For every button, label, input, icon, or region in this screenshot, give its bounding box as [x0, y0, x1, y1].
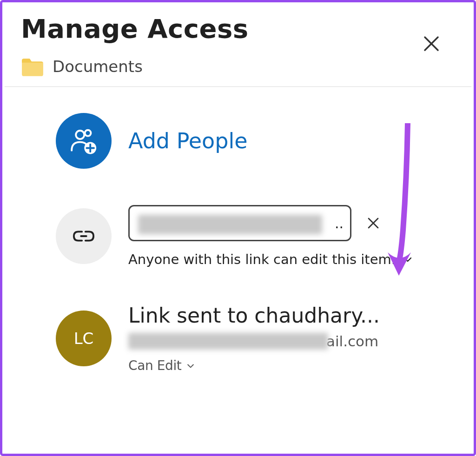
link-permission-label: Anyone with this link can edit this item… [128, 251, 396, 267]
link-truncation: .. [335, 215, 344, 231]
manage-access-dialog: Manage Access Documents [0, 0, 476, 456]
recipient-info: Link sent to chaudhary... ail.com Can Ed… [128, 304, 450, 373]
folder-name: Documents [53, 57, 143, 76]
avatar-initials: LC [74, 329, 94, 348]
close-button[interactable] [422, 34, 441, 53]
svg-point-3 [85, 130, 91, 136]
chevron-down-icon [186, 361, 195, 370]
add-people-icon-circle [56, 113, 112, 169]
recipient-email: ail.com [128, 331, 450, 351]
annotation-arrow [384, 123, 417, 281]
share-link-field[interactable]: .. [128, 205, 351, 241]
people-add-icon [69, 126, 98, 155]
redacted-link-text [138, 215, 322, 234]
link-icon [73, 225, 94, 247]
add-people-label: Add People [128, 128, 248, 153]
recipient-permission-dropdown[interactable]: Can Edit [128, 358, 450, 373]
email-suffix: ail.com [326, 333, 378, 350]
avatar: LC [56, 311, 112, 366]
dialog-header: Manage Access [2, 2, 474, 44]
redacted-email-text [128, 333, 328, 350]
folder-icon [21, 57, 44, 76]
recipient-row: LC Link sent to chaudhary... ail.com Can… [2, 278, 474, 383]
close-icon [422, 34, 441, 53]
recipient-title: Link sent to chaudhary... [128, 304, 450, 327]
link-icon-circle [56, 208, 112, 264]
remove-link-button[interactable] [366, 216, 380, 230]
close-icon [366, 216, 380, 230]
recipient-permission-label: Can Edit [128, 358, 181, 373]
dialog-title: Manage Access [21, 13, 455, 44]
svg-point-2 [76, 131, 84, 139]
breadcrumb: Documents [2, 44, 474, 86]
